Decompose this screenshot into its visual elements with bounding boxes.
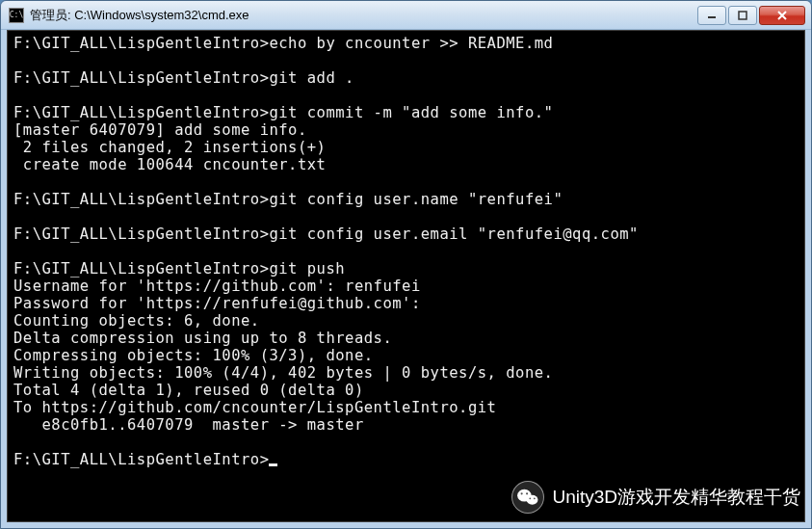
maximize-icon [738, 11, 747, 20]
watermark: Unity3D游戏开发精华教程干货 [511, 481, 800, 514]
minimize-button[interactable] [697, 6, 726, 25]
close-button[interactable] [759, 6, 805, 25]
minimize-icon [707, 11, 717, 20]
maximize-button[interactable] [728, 6, 757, 25]
svg-point-5 [526, 492, 528, 494]
close-icon [776, 11, 788, 20]
svg-point-6 [530, 497, 532, 499]
window-title: 管理员: C:\Windows\system32\cmd.exe [30, 7, 697, 24]
svg-rect-1 [739, 12, 747, 19]
titlebar[interactable]: C:\ 管理员: C:\Windows\system32\cmd.exe [1, 1, 811, 30]
svg-point-7 [534, 497, 536, 499]
window-controls [697, 6, 805, 25]
svg-point-4 [521, 492, 523, 494]
cursor [269, 463, 277, 466]
terminal-output[interactable]: F:\GIT_ALL\LispGentleIntro>echo by cncou… [7, 30, 805, 522]
cmd-window: C:\ 管理员: C:\Windows\system32\cmd.exe F:\… [0, 0, 812, 529]
wechat-icon [511, 481, 544, 514]
app-icon: C:\ [9, 8, 24, 23]
svg-point-3 [527, 495, 538, 505]
watermark-text: Unity3D游戏开发精华教程干货 [552, 485, 800, 510]
